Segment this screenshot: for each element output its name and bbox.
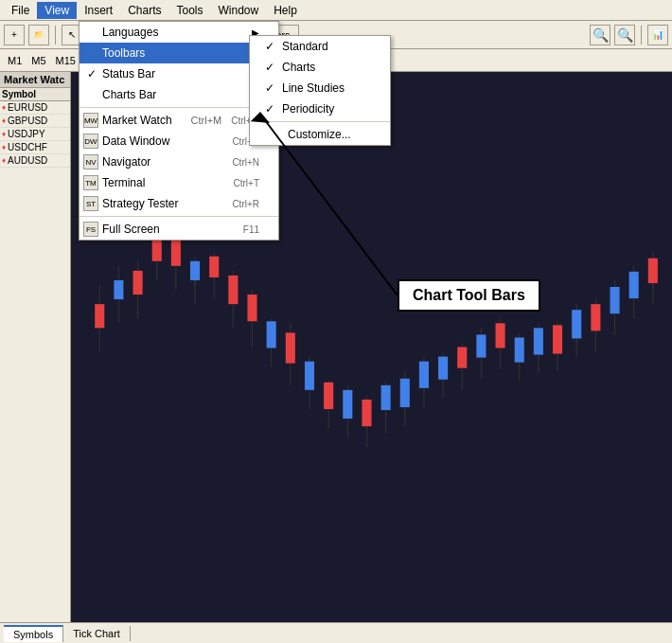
svg-rect-26 <box>247 295 256 321</box>
svg-rect-2 <box>95 304 104 328</box>
submenu-divider <box>250 121 390 122</box>
check-charts: ✓ <box>265 61 274 74</box>
list-item[interactable]: ♦ GBPUSD <box>0 115 70 128</box>
menu-file[interactable]: File <box>4 2 37 19</box>
menu-divider2 <box>80 216 278 217</box>
market-watch-title: Market Watc <box>0 72 70 88</box>
symbol-icon: ♦ <box>2 130 6 138</box>
icon-market-watch: MW <box>83 113 98 128</box>
submenu-customize[interactable]: Customize... <box>250 124 390 145</box>
menu-tools[interactable]: Tools <box>169 2 211 19</box>
submenu-charts[interactable]: ✓ Charts <box>250 57 390 78</box>
toolbars-submenu: ✓ Standard ✓ Charts ✓ Line Studies ✓ Per… <box>249 35 391 146</box>
check-line-studies: ✓ <box>265 81 274 95</box>
menu-navigator[interactable]: NV Navigator Ctrl+N <box>80 152 278 172</box>
symbol-name: AUDUSD <box>8 155 47 166</box>
market-watch-sidebar: Market Watc Symbol ♦ EURUSD ♦ GBPUSD ♦ U… <box>0 72 71 622</box>
icon-terminal: TM <box>83 175 98 190</box>
menu-insert[interactable]: Insert <box>77 2 120 19</box>
bottom-tabs: Symbols Tick Chart <box>0 622 672 643</box>
list-item[interactable]: ♦ USDJPY <box>0 128 70 141</box>
zoom-in-btn[interactable]: 🔍 <box>590 25 610 45</box>
svg-rect-5 <box>114 280 123 299</box>
svg-rect-23 <box>228 276 238 304</box>
symbol-icon: ♦ <box>2 116 6 125</box>
symbol-icon: ♦ <box>2 143 6 152</box>
menu-help[interactable]: Help <box>266 2 305 19</box>
toolbar-new[interactable]: + <box>4 25 25 45</box>
svg-rect-83 <box>610 287 619 313</box>
svg-rect-86 <box>629 272 639 298</box>
submenu-standard[interactable]: ✓ Standard <box>250 36 390 57</box>
menu-strategy-tester[interactable]: ST Strategy Tester Ctrl+R <box>80 193 278 214</box>
tab-symbols[interactable]: Symbols <box>4 625 63 642</box>
symbol-icon: ♦ <box>2 156 6 165</box>
svg-rect-71 <box>534 328 543 354</box>
menu-charts[interactable]: Charts <box>120 2 168 19</box>
svg-rect-14 <box>171 238 181 266</box>
symbol-icon: ♦ <box>2 103 6 112</box>
svg-rect-17 <box>190 261 200 280</box>
svg-rect-35 <box>305 362 314 390</box>
toolbars-label: Toolbars <box>102 46 145 60</box>
symbol-name: USDCHF <box>8 142 47 152</box>
list-item[interactable]: ♦ USDCHF <box>0 141 70 154</box>
sidebar-col-header: Symbol <box>0 88 70 101</box>
menu-window[interactable]: Window <box>211 2 267 19</box>
svg-rect-62 <box>476 334 486 357</box>
svg-rect-8 <box>133 271 143 295</box>
shortcut-mw: Ctrl+M <box>191 115 222 126</box>
check-status-bar: ✓ <box>87 67 97 80</box>
svg-rect-59 <box>457 348 467 368</box>
symbol-name: GBPUSD <box>8 116 47 126</box>
symbol-name: EURUSD <box>8 102 47 113</box>
toolbar-sep1 <box>55 26 56 45</box>
svg-rect-44 <box>362 400 371 426</box>
chart-props-btn[interactable]: 📊 <box>647 25 668 45</box>
submenu-periodicity[interactable]: ✓ Periodicity <box>250 98 390 119</box>
list-item[interactable]: ♦ AUDUSD <box>0 154 70 168</box>
svg-rect-68 <box>515 337 524 362</box>
tf-m5[interactable]: M5 <box>27 54 49 67</box>
submenu-line-studies[interactable]: ✓ Line Studies <box>250 78 390 98</box>
svg-rect-65 <box>496 323 505 348</box>
svg-rect-29 <box>267 321 276 348</box>
callout-text: Chart Tool Bars <box>413 287 525 303</box>
tab-tick-chart[interactable]: Tick Chart <box>63 626 131 641</box>
svg-rect-41 <box>343 390 352 419</box>
icon-full-screen: FS <box>83 222 98 237</box>
svg-rect-20 <box>209 257 219 277</box>
menu-terminal[interactable]: TM Terminal Ctrl+T <box>80 172 278 193</box>
list-item[interactable]: ♦ EURUSD <box>0 101 70 115</box>
languages-label: Languages <box>102 26 158 39</box>
icon-strategy-tester: ST <box>83 196 98 211</box>
svg-rect-74 <box>553 325 562 353</box>
svg-rect-32 <box>286 332 295 363</box>
svg-rect-77 <box>572 310 581 338</box>
svg-rect-38 <box>324 383 333 409</box>
icon-data-window: DW <box>83 134 98 149</box>
zoom-out-btn[interactable]: 🔍 <box>614 25 635 45</box>
toolbar-open[interactable]: 📁 <box>28 25 49 45</box>
tf-m15[interactable]: M15 <box>52 54 80 67</box>
menu-view[interactable]: View <box>37 2 77 19</box>
toolbar-sep4 <box>641 26 642 45</box>
svg-rect-89 <box>648 259 658 283</box>
svg-rect-50 <box>400 379 410 407</box>
callout-box: Chart Tool Bars <box>398 279 540 312</box>
menu-bar: File View Insert Charts Tools Window Hel… <box>0 0 672 21</box>
tf-m1[interactable]: M1 <box>4 54 26 67</box>
icon-navigator: NV <box>83 154 98 170</box>
check-standard: ✓ <box>265 40 274 53</box>
svg-rect-47 <box>381 385 391 410</box>
svg-rect-80 <box>591 304 600 330</box>
svg-rect-53 <box>419 362 429 388</box>
svg-rect-56 <box>438 357 448 380</box>
svg-rect-11 <box>152 238 162 261</box>
check-periodicity: ✓ <box>265 102 274 116</box>
menu-full-screen[interactable]: FS Full Screen F11 <box>80 219 278 240</box>
symbol-name: USDJPY <box>8 129 44 139</box>
